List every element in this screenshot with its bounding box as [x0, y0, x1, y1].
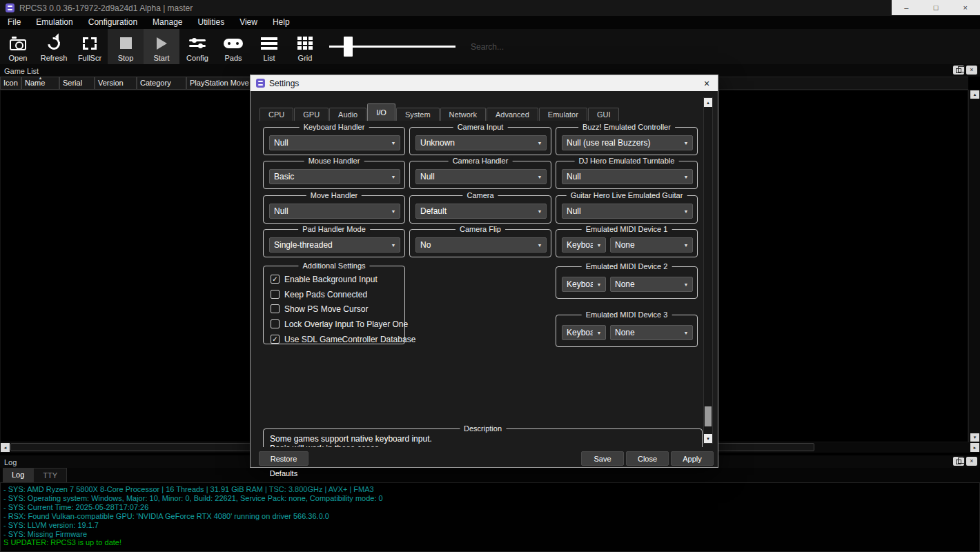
slider-handle[interactable]	[344, 37, 353, 57]
dropdown-arrow-icon: ▼	[680, 141, 692, 146]
mouse-handler-select[interactable]: Basic ▼	[269, 169, 400, 184]
scroll-right-button[interactable]: ►	[970, 443, 979, 452]
group-move-handler: Move Handler Null ▼	[263, 195, 405, 224]
menu-configuration[interactable]: Configuration	[81, 16, 145, 29]
list-icon	[261, 37, 277, 50]
refresh-icon	[45, 34, 62, 52]
tab-gpu[interactable]: GPU	[294, 108, 329, 121]
selected-value: Basic	[270, 172, 387, 181]
tab-emulator[interactable]: Emulator	[539, 108, 587, 121]
midi1-device-select[interactable]: None ▼	[610, 237, 693, 253]
tab-network[interactable]: Network	[440, 108, 486, 121]
checkbox-lock-overlay-input[interactable]: Lock Overlay Input To Player One	[271, 319, 408, 329]
group-label: Emulated MIDI Device 2	[582, 262, 672, 270]
buzz-controller-select[interactable]: Null (use real Buzzers) ▼	[562, 135, 693, 150]
checkbox-keep-pads-connected[interactable]: Keep Pads Connected	[271, 289, 367, 299]
midi3-type-select[interactable]: Keyboard ▼	[562, 325, 606, 340]
menu-emulation[interactable]: Emulation	[28, 16, 80, 29]
scroll-up-button[interactable]: ▲	[970, 90, 979, 99]
midi3-device-select[interactable]: None ▼	[610, 325, 693, 340]
settings-dialog-titlebar[interactable]: Settings ×	[251, 75, 718, 91]
apply-button[interactable]: Apply	[671, 451, 714, 466]
group-camera-flip: Camera Flip No ▼	[409, 229, 551, 257]
dj-hero-turntable-select[interactable]: Null ▼	[562, 169, 693, 184]
start-button[interactable]: Start	[144, 29, 179, 64]
midi1-type-select[interactable]: Keyboard ▼	[562, 237, 606, 253]
dropdown-arrow-icon: ▼	[533, 141, 546, 146]
scroll-left-button[interactable]: ◄	[1, 443, 10, 452]
camera-select[interactable]: Default ▼	[415, 204, 547, 219]
column-header-name[interactable]: ▲Name	[21, 77, 59, 90]
column-header-version[interactable]: Version	[95, 77, 137, 90]
scroll-up-button[interactable]: ▲	[704, 98, 712, 107]
log-float-button[interactable]	[953, 457, 964, 466]
ghl-guitar-select[interactable]: Null ▼	[562, 204, 693, 219]
column-header-playstation-move[interactable]: PlayStation Move	[186, 77, 253, 90]
column-header-category[interactable]: Category	[137, 77, 186, 90]
save-button[interactable]: Save	[581, 451, 624, 466]
settings-close-button[interactable]: ×	[696, 75, 718, 91]
column-header-serial[interactable]: Serial	[59, 77, 95, 90]
stop-button[interactable]: Stop	[108, 29, 144, 64]
list-view-button[interactable]: List	[251, 29, 287, 64]
tab-io[interactable]: I/O	[367, 103, 395, 121]
midi2-type-select[interactable]: Keyboard ▼	[562, 277, 606, 292]
midi2-device-select[interactable]: None ▼	[610, 277, 693, 292]
game-list-close-button[interactable]: ×	[966, 66, 977, 75]
menu-utilities[interactable]: Utilities	[190, 16, 232, 29]
tab-cpu[interactable]: CPU	[259, 108, 293, 121]
column-header-icon[interactable]: Icon	[0, 77, 21, 90]
log-close-button[interactable]: ×	[966, 457, 977, 466]
rpcs3-logo-icon	[256, 79, 265, 88]
selected-value: Null	[562, 172, 680, 181]
log-line: - SYS: LLVM version: 19.1.7	[3, 521, 977, 530]
icon-size-slider[interactable]	[329, 29, 455, 64]
dropdown-arrow-icon: ▼	[680, 209, 692, 214]
log-output[interactable]: - SYS: AMD Ryzen 7 5800X 8-Core Processo…	[0, 482, 980, 552]
config-button[interactable]: Config	[179, 29, 215, 64]
tab-log[interactable]: Log	[3, 468, 33, 482]
close-button[interactable]: Close	[626, 451, 669, 466]
selected-value: Null	[416, 172, 533, 181]
scroll-down-button[interactable]: ▼	[970, 433, 979, 442]
maximize-button[interactable]: □	[921, 0, 951, 15]
group-mouse-handler: Mouse Handler Basic ▼	[263, 161, 405, 189]
game-list-vertical-scrollbar[interactable]: ▲ ▼	[968, 90, 980, 442]
pad-handler-mode-select[interactable]: Single-threaded ▼	[269, 237, 400, 253]
checkbox-enable-background-input[interactable]: ✓ Enable Background Input	[271, 274, 378, 284]
tab-audio[interactable]: Audio	[329, 108, 366, 121]
group-label: Emulated MIDI Device 3	[582, 310, 672, 319]
open-button[interactable]: Open	[0, 29, 36, 64]
refresh-button[interactable]: Refresh	[36, 29, 72, 64]
menu-file[interactable]: File	[0, 16, 28, 29]
keyboard-handler-select[interactable]: Null ▼	[269, 135, 400, 150]
settings-vertical-scrollbar[interactable]: ▲ ▼	[703, 97, 713, 444]
checkbox-show-ps-move-cursor[interactable]: Show PS Move Cursor	[271, 304, 368, 314]
window-close-button[interactable]: ×	[950, 0, 980, 15]
move-handler-select[interactable]: Null ▼	[269, 204, 400, 219]
camera-flip-select[interactable]: No ▼	[415, 237, 547, 253]
dropdown-arrow-icon: ▼	[387, 209, 400, 214]
window-title: RPCS3 0.0.36-17972-2d9a24d1 Alpha | mast…	[19, 3, 193, 13]
settings-dialog-title: Settings	[269, 79, 299, 88]
tab-advanced[interactable]: Advanced	[487, 108, 538, 121]
pads-button[interactable]: Pads	[215, 29, 251, 64]
camera-input-select[interactable]: Unknown ▼	[415, 135, 547, 150]
tab-gui[interactable]: GUI	[588, 108, 620, 121]
fullscreen-button[interactable]: FullScr	[72, 29, 108, 64]
restore-defaults-button[interactable]: Restore Defaults	[259, 451, 308, 466]
tab-tty[interactable]: TTY	[33, 468, 67, 482]
menu-manage[interactable]: Manage	[145, 16, 190, 29]
menu-view[interactable]: View	[232, 16, 265, 29]
minimize-button[interactable]: –	[892, 0, 921, 15]
tab-system[interactable]: System	[396, 108, 440, 121]
game-list-float-button[interactable]	[953, 66, 964, 75]
checkbox-use-sdl-database[interactable]: ✓ Use SDL GameController Database	[271, 334, 415, 344]
grid-view-button[interactable]: Grid	[287, 29, 323, 64]
search-input[interactable]	[471, 39, 629, 55]
scroll-down-button[interactable]: ▼	[704, 434, 712, 443]
camera-handler-select[interactable]: Null ▼	[415, 169, 547, 184]
checkbox-icon: ✓	[271, 335, 280, 344]
vertical-scroll-thumb[interactable]	[705, 406, 712, 426]
menu-help[interactable]: Help	[265, 16, 297, 29]
